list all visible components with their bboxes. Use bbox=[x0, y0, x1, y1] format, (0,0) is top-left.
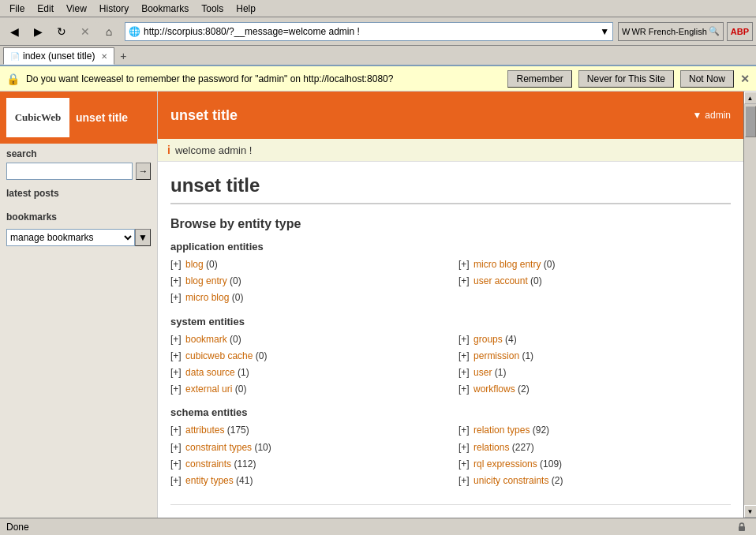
stop-button[interactable]: ✕ bbox=[74, 21, 96, 43]
unicity-constraints-link[interactable]: unicity constraints bbox=[473, 475, 548, 486]
lock-icon: 🔒 bbox=[6, 73, 20, 85]
plus-icon: [+] bbox=[170, 475, 182, 486]
latest-posts-link[interactable]: latest posts bbox=[0, 185, 157, 202]
plus-icon: [+] bbox=[458, 367, 470, 378]
toolbar: ◀ ▶ ↻ ✕ ⌂ 🌐 ▼ W WR French-English 🔍 ABP bbox=[0, 17, 756, 46]
entity-item: [+] unicity constraints (2) bbox=[458, 473, 731, 488]
menu-bookmarks[interactable]: Bookmarks bbox=[135, 2, 195, 16]
page-title: unset title bbox=[170, 174, 731, 204]
groups-link[interactable]: groups bbox=[473, 334, 503, 345]
menu-edit[interactable]: Edit bbox=[31, 2, 60, 16]
plus-icon: [+] bbox=[170, 334, 182, 345]
entity-item: [+] permission (1) bbox=[458, 349, 731, 364]
micro-blog-link[interactable]: micro blog bbox=[185, 292, 229, 303]
app-subtitle: unset title bbox=[76, 111, 128, 124]
back-button[interactable]: ◀ bbox=[3, 21, 25, 43]
entity-item: [+] groups (4) bbox=[458, 332, 731, 347]
plus-icon: [+] bbox=[458, 458, 470, 470]
entity-item: [+] relations (227) bbox=[458, 440, 731, 455]
active-tab[interactable]: 📄 index (unset title) ✕ bbox=[3, 47, 114, 65]
bookmarks-link[interactable]: bookmarks bbox=[0, 208, 157, 226]
user-menu-arrow-icon[interactable]: ▼ bbox=[692, 110, 702, 121]
menu-view[interactable]: View bbox=[60, 2, 93, 16]
entity-item: [+] blog entry (0) bbox=[170, 274, 443, 289]
bookmarks-arrow-icon[interactable]: ▼ bbox=[135, 229, 151, 246]
remember-button[interactable]: Remember bbox=[507, 70, 571, 88]
scrollbar[interactable]: ▲ ▼ bbox=[743, 92, 756, 518]
constraints-link[interactable]: constraints bbox=[185, 458, 231, 470]
scroll-down-button[interactable]: ▼ bbox=[744, 505, 757, 518]
home-button[interactable]: ⌂ bbox=[98, 21, 120, 43]
menu-tools[interactable]: Tools bbox=[195, 2, 230, 16]
browse-title: Browse by entity type bbox=[170, 217, 731, 231]
plus-icon: [+] bbox=[170, 442, 182, 453]
forward-button[interactable]: ▶ bbox=[27, 21, 49, 43]
entity-item: [+] workflows (2) bbox=[458, 382, 731, 397]
workflows-link[interactable]: workflows bbox=[473, 383, 515, 395]
cubicweb-logo: CubicWeb bbox=[6, 98, 69, 137]
tab-close-icon[interactable]: ✕ bbox=[101, 52, 107, 61]
search-label: search bbox=[6, 148, 151, 159]
user-account-link[interactable]: user account bbox=[473, 275, 528, 286]
relation-types-link[interactable]: relation types bbox=[473, 425, 530, 436]
system-entities-grid: [+] bookmark (0) [+] groups (4) [+] cubi… bbox=[170, 332, 731, 398]
bookmark-link[interactable]: bookmark bbox=[185, 334, 227, 345]
bookmarks-section: bookmarks manage bookmarks ▼ bbox=[0, 208, 157, 246]
wr-dictionary[interactable]: W WR French-English 🔍 bbox=[618, 22, 724, 41]
relations-link[interactable]: relations bbox=[473, 442, 509, 453]
menu-file[interactable]: File bbox=[3, 2, 31, 16]
plus-icon: [+] bbox=[458, 259, 470, 270]
entity-types-link[interactable]: entity types bbox=[185, 475, 234, 486]
not-now-button[interactable]: Not Now bbox=[680, 70, 734, 88]
scroll-thumb[interactable] bbox=[745, 106, 756, 137]
plus-icon: [+] bbox=[170, 367, 182, 378]
cubicweb-cache-link[interactable]: cubicweb cache bbox=[185, 350, 253, 361]
logo-area: CubicWeb unset title bbox=[0, 92, 157, 144]
menu-help[interactable]: Help bbox=[230, 2, 262, 16]
plus-icon: [+] bbox=[458, 350, 470, 361]
never-button[interactable]: Never for This Site bbox=[578, 70, 674, 88]
application-entities-section: application entities [+] blog (0) [+] mi… bbox=[170, 241, 731, 306]
password-close-button[interactable]: ✕ bbox=[740, 73, 750, 85]
entity-item: [+] rql expressions (109) bbox=[458, 457, 731, 472]
scroll-up-button[interactable]: ▲ bbox=[744, 92, 757, 104]
scroll-track[interactable] bbox=[744, 104, 756, 505]
blog-entry-link[interactable]: blog entry bbox=[185, 275, 227, 286]
external-uri-link[interactable]: external uri bbox=[185, 383, 232, 395]
user-name-link[interactable]: admin bbox=[705, 110, 731, 121]
entity-item: [+] constraints (112) bbox=[170, 457, 443, 472]
plus-icon: [+] bbox=[458, 475, 470, 486]
entity-item: [+] external uri (0) bbox=[170, 382, 443, 397]
entity-item: [+] relation types (92) bbox=[458, 423, 731, 438]
search-go-button[interactable]: → bbox=[136, 163, 151, 180]
wr-label: WR French-English bbox=[631, 27, 706, 36]
page-content: unset title Browse by entity type applic… bbox=[158, 162, 743, 518]
attributes-link[interactable]: attributes bbox=[185, 425, 224, 436]
address-go[interactable]: ▼ bbox=[600, 26, 609, 37]
search-section: search → bbox=[0, 144, 157, 185]
address-bar: 🌐 ▼ bbox=[125, 22, 613, 41]
search-input[interactable] bbox=[6, 163, 133, 180]
entity-item: [+] user (1) bbox=[458, 365, 731, 380]
permission-link[interactable]: permission bbox=[473, 350, 519, 361]
plus-icon: [+] bbox=[170, 383, 182, 395]
info-bar: i welcome admin ! bbox=[158, 139, 743, 162]
plus-icon: [+] bbox=[170, 350, 182, 361]
abp-button[interactable]: ABP bbox=[727, 22, 753, 41]
content-area: CubicWeb unset title search → latest pos… bbox=[0, 92, 756, 518]
bookmarks-select[interactable]: manage bookmarks bbox=[6, 229, 135, 246]
menu-history[interactable]: History bbox=[93, 2, 135, 16]
entity-item: [+] constraint types (10) bbox=[170, 440, 443, 455]
new-tab-button[interactable]: + bbox=[114, 47, 132, 65]
blog-link[interactable]: blog bbox=[185, 259, 204, 270]
security-icon bbox=[734, 519, 750, 535]
micro-blog-entry-link[interactable]: micro blog entry bbox=[473, 259, 541, 270]
user-link[interactable]: user bbox=[473, 367, 492, 378]
rql-expressions-link[interactable]: rql expressions bbox=[473, 458, 537, 470]
entity-item: [+] micro blog entry (0) bbox=[458, 257, 731, 272]
constraint-types-link[interactable]: constraint types bbox=[185, 442, 252, 453]
address-input[interactable] bbox=[144, 26, 600, 37]
reload-button[interactable]: ↻ bbox=[51, 21, 73, 43]
data-source-link[interactable]: data source bbox=[185, 367, 235, 378]
main-panel: unset title ▼ admin i welcome admin ! un… bbox=[158, 92, 743, 518]
